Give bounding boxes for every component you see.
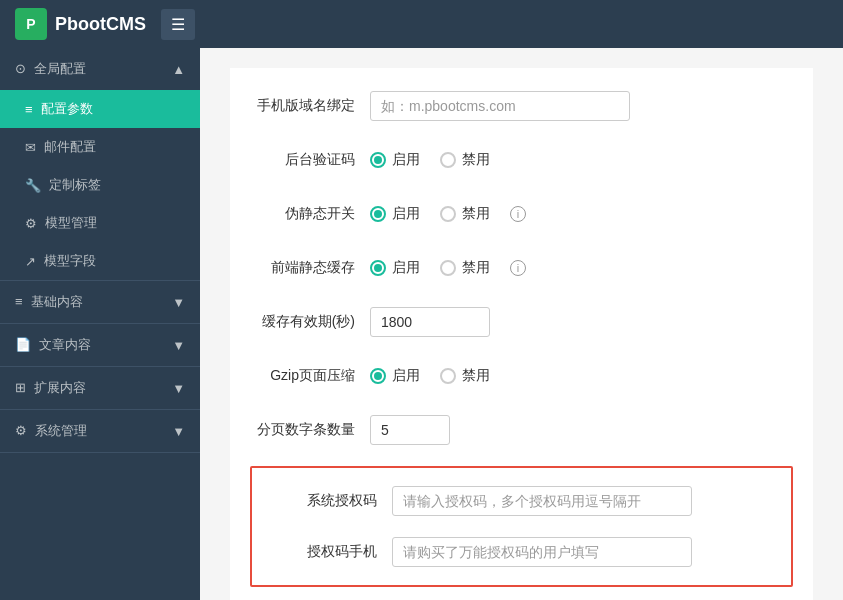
radio-circle-backend-verify-enable [370,152,386,168]
radio-label-backend-verify-disable: 禁用 [462,151,490,169]
sidebar-group-header-basic-content[interactable]: ≡基础内容 ▼ [0,281,200,323]
sidebar-group-label-extend-content: 扩展内容 [34,380,86,395]
extend-content-icon: ⊞ [15,380,26,395]
form-row-cache-expire: 缓存有效期(秒) [250,304,793,340]
chevron-up-icon: ▲ [172,62,185,77]
form-row-backend-verify: 后台验证码 启用 禁用 [250,142,793,178]
sidebar-group-label-global-config: 全局配置 [34,61,86,76]
input-auth-code[interactable] [392,486,692,516]
input-auth-mobile[interactable] [392,537,692,567]
radio-pseudo-static-disable[interactable]: 禁用 [440,205,490,223]
label-backend-verify: 后台验证码 [250,151,370,169]
form-row-gzip: Gzip页面压缩 启用 禁用 [250,358,793,394]
sidebar-item-mail-config[interactable]: ✉ 邮件配置 [0,128,200,166]
sidebar-group-basic-content: ≡基础内容 ▼ [0,281,200,324]
control-gzip: 启用 禁用 [370,367,793,385]
label-page-size: 分页数字条数量 [250,421,370,439]
sidebar-item-custom-tags[interactable]: 🔧 定制标签 [0,166,200,204]
radio-circle-pseudo-static-enable [370,206,386,222]
content-area: 手机版域名绑定 后台验证码 启用 禁用 [200,48,843,600]
sidebar-group-header-article-content[interactable]: 📄文章内容 ▼ [0,324,200,366]
radio-label-gzip-enable: 启用 [392,367,420,385]
control-page-size [370,415,793,445]
label-cache-expire: 缓存有效期(秒) [250,313,370,331]
label-frontend-cache: 前端静态缓存 [250,259,370,277]
sidebar-group-label-system-manage: 系统管理 [35,423,87,438]
radio-group-frontend-cache: 启用 禁用 i [370,259,526,277]
system-manage-icon: ⚙ [15,423,27,438]
control-pseudo-static: 启用 禁用 i [370,205,793,223]
radio-circle-gzip-enable [370,368,386,384]
form-row-page-size: 分页数字条数量 [250,412,793,448]
model-fields-icon: ↗ [25,254,36,269]
radio-circle-gzip-disable [440,368,456,384]
radio-circle-frontend-cache-disable [440,260,456,276]
input-cache-expire[interactable] [370,307,490,337]
radio-label-frontend-cache-disable: 禁用 [462,259,490,277]
radio-gzip-disable[interactable]: 禁用 [440,367,490,385]
global-config-icon: ⊙ [15,61,26,76]
radio-pseudo-static-enable[interactable]: 启用 [370,205,420,223]
sidebar-item-label-config-params: 配置参数 [41,100,93,118]
radio-gzip-enable[interactable]: 启用 [370,367,420,385]
radio-backend-verify-enable[interactable]: 启用 [370,151,420,169]
input-page-size[interactable] [370,415,450,445]
form-section: 手机版域名绑定 后台验证码 启用 禁用 [230,68,813,600]
sidebar-item-model-manage[interactable]: ⚙ 模型管理 [0,204,200,242]
radio-circle-backend-verify-disable [440,152,456,168]
control-mobile-domain [370,91,793,121]
article-content-icon: 📄 [15,337,31,352]
sidebar-group-header-global-config[interactable]: ⊙全局配置 ▲ [0,48,200,90]
control-frontend-cache: 启用 禁用 i [370,259,793,277]
info-icon-frontend-cache[interactable]: i [510,260,526,276]
sidebar-group-header-extend-content[interactable]: ⊞扩展内容 ▼ [0,367,200,409]
radio-circle-pseudo-static-disable [440,206,456,222]
label-gzip: Gzip页面压缩 [250,367,370,385]
logo-icon: P [15,8,47,40]
chevron-down-icon-1: ▼ [172,295,185,310]
label-auth-mobile: 授权码手机 [272,543,392,561]
radio-frontend-cache-enable[interactable]: 启用 [370,259,420,277]
sidebar-item-label-mail-config: 邮件配置 [44,138,96,156]
control-backend-verify: 启用 禁用 [370,151,793,169]
sidebar-group-extend-content: ⊞扩展内容 ▼ [0,367,200,410]
sidebar-group-label-basic-content: 基础内容 [31,294,83,309]
label-pseudo-static: 伪静态开关 [250,205,370,223]
logo-text: PbootCMS [55,14,146,35]
sidebar-group-label-article-content: 文章内容 [39,337,91,352]
control-cache-expire [370,307,793,337]
form-row-auth-mobile: 授权码手机 [272,534,771,570]
form-row-auth-code: 系统授权码 [272,483,771,519]
sidebar-item-label-model-manage: 模型管理 [45,214,97,232]
logo-area: P PbootCMS [15,8,146,40]
radio-group-backend-verify: 启用 禁用 [370,151,490,169]
label-auth-code: 系统授权码 [272,492,392,510]
basic-content-icon: ≡ [15,294,23,309]
label-mobile-domain: 手机版域名绑定 [250,97,370,115]
control-auth-mobile [392,537,771,567]
sidebar-group-global-config: ⊙全局配置 ▲ ≡ 配置参数 ✉ 邮件配置 🔧 定制标签 ⚙ 模型管理 ↗ 模型… [0,48,200,281]
menu-toggle-button[interactable]: ☰ [161,9,195,40]
info-icon-pseudo-static[interactable]: i [510,206,526,222]
radio-group-pseudo-static: 启用 禁用 i [370,205,526,223]
radio-group-gzip: 启用 禁用 [370,367,490,385]
sidebar-item-model-fields[interactable]: ↗ 模型字段 [0,242,200,280]
chevron-down-icon-2: ▼ [172,338,185,353]
custom-tags-icon: 🔧 [25,178,41,193]
mail-config-icon: ✉ [25,140,36,155]
sidebar-item-config-params[interactable]: ≡ 配置参数 [0,90,200,128]
form-row-pseudo-static: 伪静态开关 启用 禁用 i [250,196,793,232]
control-auth-code [392,486,771,516]
radio-circle-frontend-cache-enable [370,260,386,276]
sidebar-group-header-system-manage[interactable]: ⚙系统管理 ▼ [0,410,200,452]
chevron-down-icon-4: ▼ [172,424,185,439]
radio-frontend-cache-disable[interactable]: 禁用 [440,259,490,277]
sidebar: ⊙全局配置 ▲ ≡ 配置参数 ✉ 邮件配置 🔧 定制标签 ⚙ 模型管理 ↗ 模型… [0,48,200,600]
auth-section: 系统授权码 授权码手机 [250,466,793,587]
radio-label-backend-verify-enable: 启用 [392,151,420,169]
form-row-mobile-domain: 手机版域名绑定 [250,88,793,124]
form-row-frontend-cache: 前端静态缓存 启用 禁用 i [250,250,793,286]
radio-label-frontend-cache-enable: 启用 [392,259,420,277]
radio-backend-verify-disable[interactable]: 禁用 [440,151,490,169]
input-mobile-domain[interactable] [370,91,630,121]
